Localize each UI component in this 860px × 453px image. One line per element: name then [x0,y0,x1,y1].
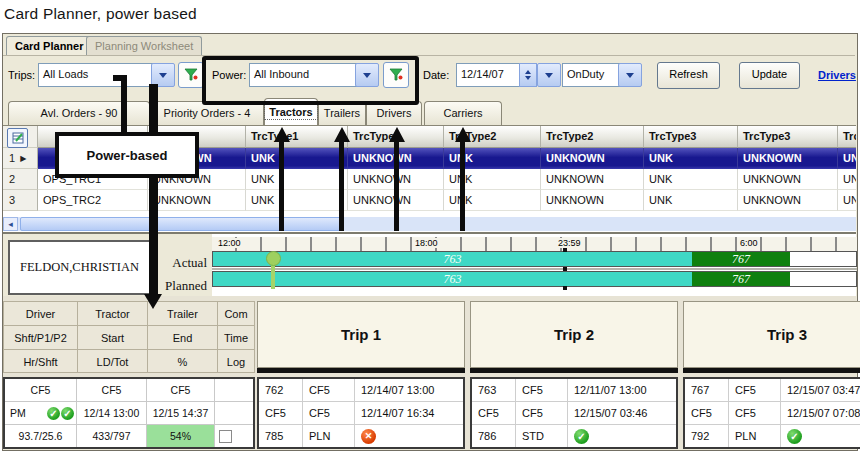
grid-cell[interactable]: UNKNOWN [541,190,644,211]
grid-cell[interactable]: UNK [444,190,541,211]
driver-card-row: CF5CF5CF5 [5,379,253,402]
trip-card-cell: 12/14/07 16:34 [355,402,463,424]
trip-card[interactable]: 762CF512/14/07 13:00CF5CF512/14/07 16:34… [257,377,465,449]
gantt-bar-segment[interactable]: 767 [692,252,790,266]
grid-cell[interactable]: UNK [444,148,541,169]
driver-card-cell [215,402,253,424]
trip-card-cell: CF5 [259,402,303,424]
grid-settings-button[interactable] [7,128,28,148]
scroll-left-icon[interactable]: ◂ [3,217,18,231]
row-number-cell: 3 [3,190,38,211]
annotation-line-drivers [394,142,399,231]
annotation-power-rect [202,56,419,105]
trip-card-cell: PLN [729,425,781,447]
actual-gantt-row[interactable]: 763767 [212,251,857,267]
percent-cell: 54% [147,425,215,447]
trip-card-cell: CF5 [303,402,355,424]
trip-card-cell: 785 [259,425,303,447]
grid-cell[interactable]: UNKNOWN [738,148,838,169]
trip-card-row: 785PLN✕ [259,425,463,447]
scrollbar-thumb[interactable] [20,217,344,231]
gantt-bar-segment[interactable]: 763 [213,272,692,286]
ruler-time-label: 6:00 [738,238,760,248]
chevron-down-icon [545,73,553,78]
driver-card[interactable]: CF5CF5CF5PM✓✓12/14 13:0012/15 14:3793.7/… [3,377,255,449]
midnight-tick [563,248,567,252]
update-button[interactable]: Update [739,62,800,89]
date-spinner[interactable] [519,63,537,87]
trip-header-underline [683,368,860,373]
trip-card-cell: ✓ [568,425,676,447]
tab-planning-worksheet[interactable]: Planning Worksheet [86,36,202,56]
grid-cell[interactable]: OPS_TRC2 [38,190,148,211]
refresh-button[interactable]: Refresh [657,62,720,89]
grid-cell[interactable]: UNKNOWN [738,190,838,211]
grid-cell[interactable]: UNK [246,190,348,211]
actual-row-label: Actual [150,255,207,271]
grid-cell[interactable]: UNKNOWN [541,169,644,190]
grid-cell[interactable]: UNK [644,190,738,211]
status-ok-icon: ✓ [787,429,802,444]
annotation-line-carriers [460,142,465,231]
drivers-link[interactable]: Drivers [818,69,856,81]
column-header[interactable]: TrcType1 [246,126,348,148]
trip-card-cell: 792 [685,425,729,447]
grid-cell[interactable]: UNKNOWN [541,148,644,169]
end-time-cell: 12/15 14:37 [147,402,215,424]
column-header[interactable]: TrcType4 [838,126,856,148]
grid-cell[interactable]: UNKNOWN [838,169,856,190]
column-header[interactable]: TrcType3 [738,126,838,148]
shift-status-icons: ✓✓ [47,407,74,420]
grid-cell[interactable]: UNKNOWN [838,148,856,169]
grid-cell[interactable]: UNK [644,148,738,169]
legend-row: Shft/P1/P2StartEndTime [4,326,254,350]
trip-card-cell: CF5 [729,402,781,424]
check-circle-icon: ✓ [61,407,74,420]
trip-card[interactable]: 763CF512/11/07 13:00CF5CF512/15/07 03:46… [470,377,678,449]
grid-cell[interactable]: UNK [246,169,348,190]
column-header[interactable]: TrcType2 [541,126,644,148]
column-header[interactable]: TrcType3 [644,126,738,148]
trip-card-cell: CF5 [685,402,729,424]
grid-cell[interactable]: UNKNOWN [838,190,856,211]
tab-avl-orders[interactable]: Avl. Orders - 90 [8,101,150,126]
annotation-connector-line [121,75,127,133]
log-checkbox[interactable] [219,430,232,443]
trip-header: Trip 2 [470,301,678,368]
grid-cell[interactable]: UNKNOWN [738,169,838,190]
duty-dropdown-button[interactable] [618,63,642,87]
row-number-cell: 2 [3,169,38,190]
table-row[interactable]: 3OPS_TRC2UNKNOWNUNKUNKNOWNUNKUNKNOWNUNKU… [3,190,856,211]
date-input[interactable]: 12/14/07 [456,63,524,87]
tab-carriers[interactable]: Carriers [424,101,502,126]
trips-select[interactable]: All Loads [38,63,156,87]
driver-card-cell [215,379,253,401]
ruler-time-label: 12:00 [216,238,243,248]
duty-select[interactable]: OnDuty [562,63,623,87]
grid-cell[interactable]: UNK [444,169,541,190]
legend-cell: Driver [4,302,78,325]
trip-card-row: 786STD✓ [472,425,676,447]
trip-card[interactable]: 767CF512/15/07 03:47CF5CF512/15/07 07:08… [683,377,860,449]
planned-gantt-row[interactable]: 763767 [212,271,857,287]
trip-card-cell: 12/14/07 13:00 [355,379,463,401]
gantt-bar-segment[interactable]: 767 [692,272,790,286]
tab-card-planner[interactable]: Card Planner [6,36,92,56]
status-error-icon: ✕ [361,429,376,444]
date-dropdown-button[interactable] [537,63,561,87]
filter-funnel-icon [184,68,198,82]
grid-cell[interactable]: UNK [644,169,738,190]
trip-card-row: 762CF512/14/07 13:00 [259,379,463,402]
row-number: 3 [9,194,15,206]
chevron-down-icon [626,73,634,78]
legend-cell: Shft/P1/P2 [4,326,78,349]
grid-cell[interactable]: UNK [246,148,348,169]
driver-card-cell: CF5 [77,379,147,401]
page-title: Card Planner, power based [4,5,197,23]
gantt-bar-segment[interactable]: 763 [213,252,692,266]
trips-filter-button[interactable] [178,62,204,88]
annotation-down-arrow-icon [144,294,162,309]
grid-cell[interactable]: UNKNOWN [148,190,246,211]
shift-label: PM [10,407,26,419]
trip-card-cell: 12/15/07 03:46 [568,402,676,424]
